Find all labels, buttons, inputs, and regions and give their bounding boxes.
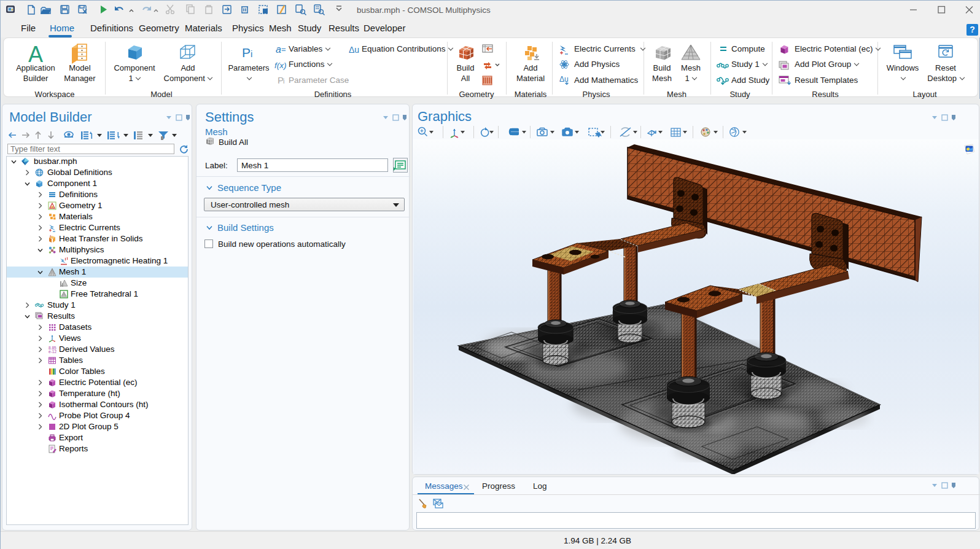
svg-text:busbar.mph - COMSOL Multiphysi: busbar.mph - COMSOL Multiphysics — [357, 6, 491, 15]
svg-text:i: i — [251, 49, 252, 59]
svg-text:f(x): f(x) — [274, 61, 287, 70]
svg-text:P: P — [242, 45, 251, 60]
svg-text:=: = — [281, 45, 286, 54]
svg-text:a: a — [276, 44, 281, 55]
svg-text:i: i — [283, 77, 284, 85]
svg-text:Δu: Δu — [349, 45, 359, 55]
svg-text:e-12: e-12 — [49, 349, 56, 354]
